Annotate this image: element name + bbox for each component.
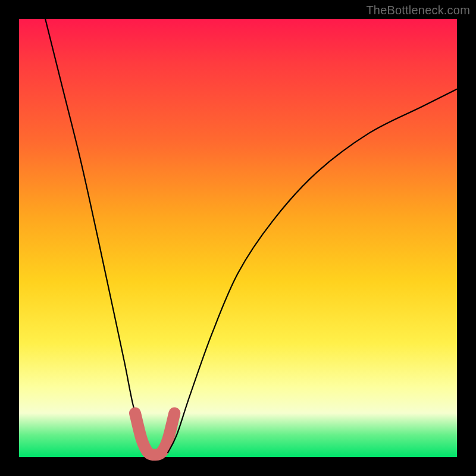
watermark-text: TheBottleneck.com	[366, 4, 470, 17]
curve-right-branch	[168, 89, 457, 453]
chart-svg	[19, 19, 457, 457]
chart-plot-area	[19, 19, 457, 457]
curve-valley-highlight	[135, 413, 174, 455]
curve-left-branch	[45, 19, 148, 453]
outer-frame: TheBottleneck.com	[0, 0, 476, 476]
